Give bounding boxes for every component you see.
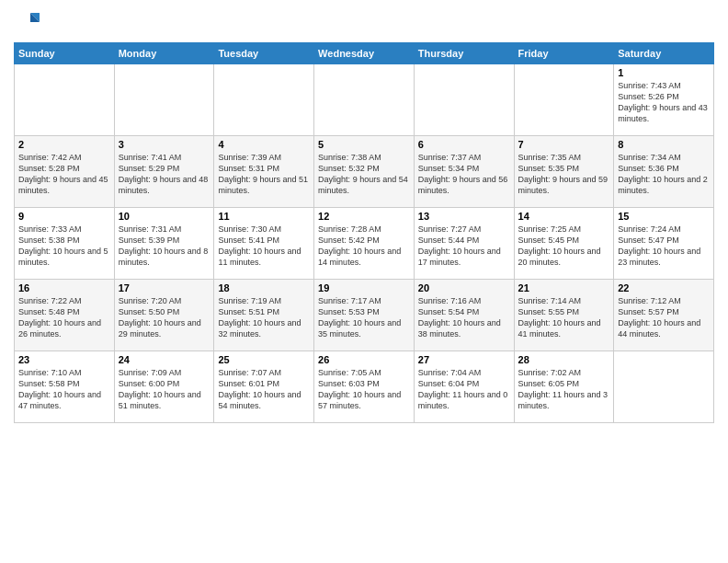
calendar-cell: 7Sunrise: 7:35 AMSunset: 5:35 PMDaylight… [514, 136, 614, 208]
calendar: SundayMondayTuesdayWednesdayThursdayFrid… [14, 42, 714, 423]
day-info: Sunrise: 7:28 AMSunset: 5:42 PMDaylight:… [318, 224, 410, 269]
day-number: 22 [618, 282, 710, 293]
day-number: 6 [418, 139, 510, 150]
calendar-cell: 20Sunrise: 7:16 AMSunset: 5:54 PMDayligh… [414, 280, 514, 351]
day-number: 1 [618, 67, 710, 78]
day-number: 14 [518, 211, 610, 222]
day-number: 4 [218, 139, 310, 150]
day-info: Sunrise: 7:38 AMSunset: 5:32 PMDaylight:… [318, 152, 410, 197]
calendar-cell: 22Sunrise: 7:12 AMSunset: 5:57 PMDayligh… [614, 280, 714, 351]
calendar-cell: 17Sunrise: 7:20 AMSunset: 5:50 PMDayligh… [114, 280, 214, 351]
day-info: Sunrise: 7:39 AMSunset: 5:31 PMDaylight:… [218, 152, 310, 197]
calendar-cell: 16Sunrise: 7:22 AMSunset: 5:48 PMDayligh… [15, 280, 115, 351]
day-number: 2 [18, 139, 110, 150]
calendar-header-row: SundayMondayTuesdayWednesdayThursdayFrid… [15, 43, 714, 64]
calendar-cell: 13Sunrise: 7:27 AMSunset: 5:44 PMDayligh… [414, 208, 514, 280]
day-header-tuesday: Tuesday [214, 43, 314, 64]
day-header-saturday: Saturday [614, 43, 714, 64]
calendar-cell: 9Sunrise: 7:33 AMSunset: 5:38 PMDaylight… [15, 208, 115, 280]
day-info: Sunrise: 7:41 AMSunset: 5:29 PMDaylight:… [119, 152, 210, 197]
calendar-week-0: 1Sunrise: 7:43 AMSunset: 5:26 PMDaylight… [15, 64, 714, 136]
day-info: Sunrise: 7:10 AMSunset: 5:58 PMDaylight:… [18, 367, 110, 412]
calendar-cell: 18Sunrise: 7:19 AMSunset: 5:51 PMDayligh… [214, 280, 314, 351]
day-number: 3 [119, 139, 210, 150]
day-info: Sunrise: 7:33 AMSunset: 5:38 PMDaylight:… [18, 224, 110, 269]
day-info: Sunrise: 7:17 AMSunset: 5:53 PMDaylight:… [318, 295, 410, 340]
calendar-cell: 3Sunrise: 7:41 AMSunset: 5:29 PMDaylight… [114, 136, 214, 208]
day-header-wednesday: Wednesday [314, 43, 415, 64]
calendar-cell: 10Sunrise: 7:31 AMSunset: 5:39 PMDayligh… [114, 208, 214, 280]
calendar-cell: 25Sunrise: 7:07 AMSunset: 6:01 PMDayligh… [214, 351, 314, 423]
day-info: Sunrise: 7:20 AMSunset: 5:50 PMDaylight:… [119, 295, 210, 340]
calendar-cell [114, 64, 214, 136]
day-number: 18 [218, 282, 310, 293]
calendar-cell: 1Sunrise: 7:43 AMSunset: 5:26 PMDaylight… [614, 64, 714, 136]
day-header-thursday: Thursday [414, 43, 514, 64]
day-number: 28 [518, 354, 610, 365]
day-info: Sunrise: 7:24 AMSunset: 5:47 PMDaylight:… [618, 224, 710, 269]
calendar-week-3: 16Sunrise: 7:22 AMSunset: 5:48 PMDayligh… [15, 280, 714, 351]
day-number: 8 [618, 139, 710, 150]
logo [14, 9, 43, 35]
day-info: Sunrise: 7:30 AMSunset: 5:41 PMDaylight:… [218, 224, 310, 269]
calendar-week-4: 23Sunrise: 7:10 AMSunset: 5:58 PMDayligh… [15, 351, 714, 423]
day-info: Sunrise: 7:25 AMSunset: 5:45 PMDaylight:… [518, 224, 610, 269]
calendar-week-1: 2Sunrise: 7:42 AMSunset: 5:28 PMDaylight… [15, 136, 714, 208]
header [14, 9, 714, 35]
day-info: Sunrise: 7:31 AMSunset: 5:39 PMDaylight:… [119, 224, 210, 269]
calendar-cell: 26Sunrise: 7:05 AMSunset: 6:03 PMDayligh… [314, 351, 415, 423]
day-header-monday: Monday [114, 43, 214, 64]
day-info: Sunrise: 7:37 AMSunset: 5:34 PMDaylight:… [418, 152, 510, 197]
day-info: Sunrise: 7:35 AMSunset: 5:35 PMDaylight:… [518, 152, 610, 197]
calendar-week-2: 9Sunrise: 7:33 AMSunset: 5:38 PMDaylight… [15, 208, 714, 280]
day-number: 27 [418, 354, 510, 365]
day-header-sunday: Sunday [15, 43, 115, 64]
calendar-cell: 11Sunrise: 7:30 AMSunset: 5:41 PMDayligh… [214, 208, 314, 280]
day-number: 17 [119, 282, 210, 293]
day-number: 15 [618, 211, 710, 222]
calendar-cell: 27Sunrise: 7:04 AMSunset: 6:04 PMDayligh… [414, 351, 514, 423]
day-info: Sunrise: 7:14 AMSunset: 5:55 PMDaylight:… [518, 295, 610, 340]
day-number: 5 [318, 139, 410, 150]
calendar-cell: 4Sunrise: 7:39 AMSunset: 5:31 PMDaylight… [214, 136, 314, 208]
calendar-cell: 2Sunrise: 7:42 AMSunset: 5:28 PMDaylight… [15, 136, 115, 208]
day-info: Sunrise: 7:05 AMSunset: 6:03 PMDaylight:… [318, 367, 410, 412]
calendar-cell: 24Sunrise: 7:09 AMSunset: 6:00 PMDayligh… [114, 351, 214, 423]
day-number: 12 [318, 211, 410, 222]
calendar-cell [414, 64, 514, 136]
calendar-cell: 6Sunrise: 7:37 AMSunset: 5:34 PMDaylight… [414, 136, 514, 208]
day-number: 10 [119, 211, 210, 222]
calendar-cell: 5Sunrise: 7:38 AMSunset: 5:32 PMDaylight… [314, 136, 415, 208]
day-number: 16 [18, 282, 110, 293]
logo-icon [14, 9, 40, 35]
calendar-cell [214, 64, 314, 136]
calendar-cell: 19Sunrise: 7:17 AMSunset: 5:53 PMDayligh… [314, 280, 415, 351]
day-number: 26 [318, 354, 410, 365]
calendar-cell [614, 351, 714, 423]
calendar-cell: 21Sunrise: 7:14 AMSunset: 5:55 PMDayligh… [514, 280, 614, 351]
day-number: 19 [318, 282, 410, 293]
day-number: 20 [418, 282, 510, 293]
day-info: Sunrise: 7:07 AMSunset: 6:01 PMDaylight:… [218, 367, 310, 412]
calendar-cell: 23Sunrise: 7:10 AMSunset: 5:58 PMDayligh… [15, 351, 115, 423]
day-number: 21 [518, 282, 610, 293]
calendar-cell [514, 64, 614, 136]
page: SundayMondayTuesdayWednesdayThursdayFrid… [0, 0, 728, 563]
calendar-cell [314, 64, 415, 136]
day-info: Sunrise: 7:09 AMSunset: 6:00 PMDaylight:… [119, 367, 210, 412]
day-info: Sunrise: 7:12 AMSunset: 5:57 PMDaylight:… [618, 295, 710, 340]
calendar-cell: 28Sunrise: 7:02 AMSunset: 6:05 PMDayligh… [514, 351, 614, 423]
day-info: Sunrise: 7:43 AMSunset: 5:26 PMDaylight:… [618, 80, 710, 125]
day-number: 13 [418, 211, 510, 222]
day-info: Sunrise: 7:34 AMSunset: 5:36 PMDaylight:… [618, 152, 710, 197]
day-info: Sunrise: 7:22 AMSunset: 5:48 PMDaylight:… [18, 295, 110, 340]
calendar-cell [15, 64, 115, 136]
calendar-cell: 12Sunrise: 7:28 AMSunset: 5:42 PMDayligh… [314, 208, 415, 280]
day-number: 11 [218, 211, 310, 222]
day-number: 9 [18, 211, 110, 222]
day-info: Sunrise: 7:04 AMSunset: 6:04 PMDaylight:… [418, 367, 510, 412]
day-number: 24 [119, 354, 210, 365]
day-number: 25 [218, 354, 310, 365]
day-number: 23 [18, 354, 110, 365]
calendar-cell: 8Sunrise: 7:34 AMSunset: 5:36 PMDaylight… [614, 136, 714, 208]
